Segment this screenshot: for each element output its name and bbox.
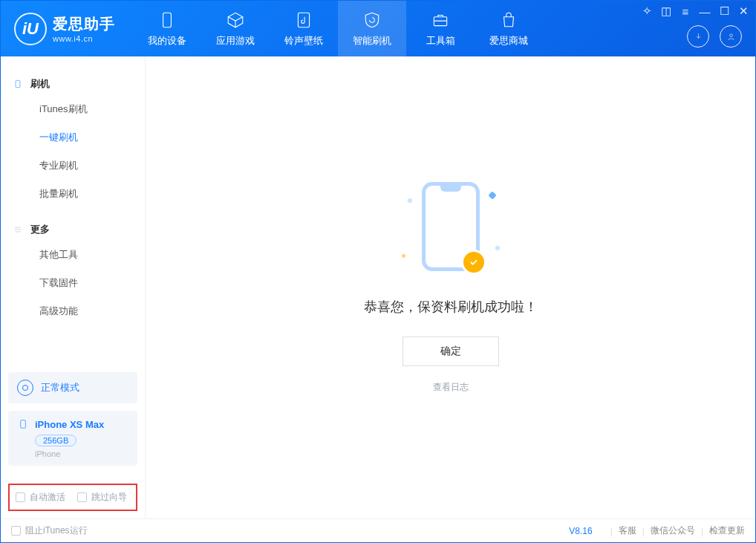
sidebar-item-label: 高级功能 <box>39 305 78 318</box>
sidebar-item-label: 一键刷机 <box>39 131 78 144</box>
svg-point-3 <box>729 33 732 36</box>
version-label: V8.16 <box>569 526 592 536</box>
success-illustration <box>384 182 518 279</box>
checkbox-icon <box>77 492 87 502</box>
music-file-icon <box>294 10 313 30</box>
shield-refresh-icon <box>362 10 382 30</box>
close-button[interactable]: ✕ <box>737 5 749 17</box>
checkbox-icon <box>16 492 25 502</box>
app-name: 爱思助手 <box>53 14 115 34</box>
ok-button[interactable]: 确定 <box>403 336 499 366</box>
window-controls: ✧ ◫ ≡ — ☐ ✕ <box>641 5 749 17</box>
phone-illustration-icon <box>422 182 480 271</box>
device-mode-label: 正常模式 <box>41 381 79 394</box>
success-check-icon <box>461 250 486 275</box>
download-button[interactable] <box>687 25 709 48</box>
main-content: 恭喜您，保资料刷机成功啦！ 确定 查看日志 <box>146 56 755 518</box>
sidebar-item-onekey[interactable]: 一键刷机 <box>1 123 145 152</box>
nav-tab-label: 智能刷机 <box>353 34 391 48</box>
checkbox-block-itunes[interactable]: 阻止iTunes运行 <box>11 524 88 537</box>
skin-icon[interactable]: ✧ <box>641 5 653 17</box>
sidebar-item-adv[interactable]: 高级功能 <box>1 297 145 325</box>
checkbox-label: 跳过向导 <box>91 491 127 504</box>
svg-rect-0 <box>163 13 172 27</box>
sidebar-item-other[interactable]: 其他工具 <box>1 241 145 269</box>
nav-tab-label: 我的设备 <box>148 34 186 48</box>
svg-rect-4 <box>16 80 20 87</box>
link-wechat[interactable]: 微信公众号 <box>651 524 695 537</box>
checkbox-auto-activate[interactable]: 自动激活 <box>16 491 65 504</box>
list-icon <box>13 224 23 235</box>
toolbox-icon <box>431 10 450 30</box>
nav-tab-label: 工具箱 <box>426 34 455 48</box>
checkbox-skip-guide[interactable]: 跳过向导 <box>77 491 127 504</box>
brand-text: 爱思助手 www.i4.cn <box>53 14 115 43</box>
status-bar: 阻止iTunes运行 V8.16 | 客服 | 微信公众号 | 检查更新 <box>1 518 755 542</box>
sidebar-item-label: 批量刷机 <box>39 187 78 201</box>
sidebar-item-batch[interactable]: 批量刷机 <box>1 180 145 208</box>
device-storage: 256GB <box>35 435 76 446</box>
sidebar-item-label: 下载固件 <box>39 276 78 290</box>
cube-icon <box>226 10 245 30</box>
nav-tab-flash[interactable]: 智能刷机 <box>338 1 406 56</box>
feedback-icon[interactable]: ◫ <box>660 5 672 17</box>
nav-tab-tools[interactable]: 工具箱 <box>406 1 475 56</box>
checkbox-icon <box>11 526 21 536</box>
sidebar-item-label: 其他工具 <box>39 248 78 261</box>
checkbox-label: 阻止iTunes运行 <box>25 524 88 537</box>
sidebar: 刷机 iTunes刷机 一键刷机 专业刷机 批量刷机 更多 其他工具 下载固件 … <box>1 56 146 518</box>
svg-rect-1 <box>298 13 309 27</box>
activation-options: 自动激活 跳过向导 <box>8 484 137 511</box>
device-phone-icon <box>17 418 29 430</box>
nav-tab-label: 铃声壁纸 <box>284 34 323 48</box>
header-action-circles <box>687 25 742 48</box>
sidebar-group-title: 更多 <box>30 223 50 236</box>
sidebar-group-flash: 刷机 <box>1 73 145 95</box>
link-service[interactable]: 客服 <box>619 524 636 537</box>
device-info-box[interactable]: iPhone XS Max 256GB iPhone <box>8 411 137 466</box>
brand-logo-icon: iU <box>14 13 47 45</box>
view-log-link[interactable]: 查看日志 <box>364 381 538 394</box>
phone-icon <box>157 10 177 30</box>
sidebar-item-label: 专业刷机 <box>39 159 78 172</box>
sidebar-group-title: 刷机 <box>30 77 50 91</box>
nav-tab-label: 爱思商城 <box>489 34 528 48</box>
maximize-button[interactable]: ☐ <box>718 5 730 17</box>
titlebar: iU 爱思助手 www.i4.cn 我的设备 应用游戏 铃声壁纸 智能刷机 工具… <box>1 1 755 56</box>
link-update[interactable]: 检查更新 <box>709 524 745 537</box>
phone-small-icon <box>13 79 23 89</box>
svg-rect-2 <box>434 16 446 25</box>
mode-icon <box>17 380 33 396</box>
bag-icon <box>499 10 518 30</box>
nav-tab-store[interactable]: 爱思商城 <box>475 1 543 56</box>
menu-icon[interactable]: ≡ <box>680 5 691 17</box>
sidebar-item-fw[interactable]: 下载固件 <box>1 269 145 297</box>
svg-rect-5 <box>21 420 26 429</box>
device-panel: 正常模式 iPhone XS Max 256GB iPhone <box>8 372 137 466</box>
app-domain: www.i4.cn <box>53 34 115 43</box>
minimize-button[interactable]: — <box>699 5 711 17</box>
nav-tab-label: 应用游戏 <box>216 34 255 48</box>
success-message: 恭喜您，保资料刷机成功啦！ <box>364 298 538 316</box>
device-type: iPhone <box>35 449 128 458</box>
body: 刷机 iTunes刷机 一键刷机 专业刷机 批量刷机 更多 其他工具 下载固件 … <box>1 56 755 518</box>
success-panel: 恭喜您，保资料刷机成功啦！ 确定 查看日志 <box>364 182 538 394</box>
device-name: iPhone XS Max <box>35 419 104 430</box>
nav-tab-ring[interactable]: 铃声壁纸 <box>270 1 338 56</box>
nav-tab-apps[interactable]: 应用游戏 <box>201 1 270 56</box>
checkbox-label: 自动激活 <box>30 491 65 504</box>
sidebar-group-more: 更多 <box>1 218 145 241</box>
brand: iU 爱思助手 www.i4.cn <box>1 1 133 56</box>
device-mode-box[interactable]: 正常模式 <box>8 372 137 403</box>
sidebar-item-itunes[interactable]: iTunes刷机 <box>1 95 145 123</box>
sidebar-item-label: iTunes刷机 <box>39 103 88 116</box>
nav-tab-device[interactable]: 我的设备 <box>133 1 201 56</box>
user-button[interactable] <box>720 25 742 48</box>
sidebar-item-pro[interactable]: 专业刷机 <box>1 152 145 180</box>
